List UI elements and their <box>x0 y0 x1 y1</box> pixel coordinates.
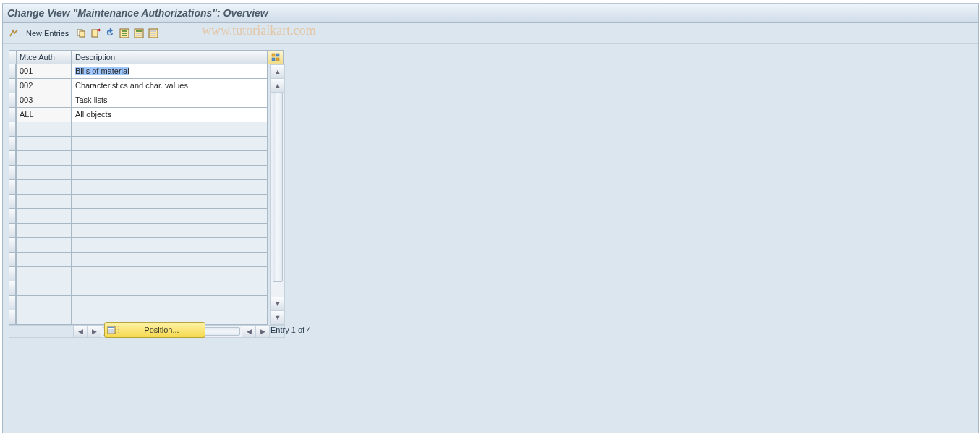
scroll-left-step-icon[interactable]: ▶ <box>88 326 101 337</box>
mtce-auth-cell[interactable]: 002 <box>16 79 72 93</box>
table-row[interactable] <box>9 209 285 224</box>
column-header-description[interactable]: Description <box>72 50 268 64</box>
select-all-icon[interactable] <box>118 27 131 40</box>
mtce-auth-cell[interactable] <box>16 238 72 253</box>
description-cell[interactable] <box>72 122 268 137</box>
svg-rect-14 <box>150 35 156 36</box>
row-selector[interactable] <box>9 180 16 195</box>
undo-change-icon[interactable] <box>103 27 116 40</box>
row-selector[interactable] <box>9 93 16 108</box>
row-selector[interactable] <box>9 166 16 180</box>
row-selector[interactable] <box>9 64 16 79</box>
table-row[interactable] <box>9 122 285 137</box>
description-cell[interactable]: Bills of material <box>72 64 268 79</box>
column-header-mtce-auth[interactable]: Mtce Auth. <box>16 50 72 64</box>
description-cell[interactable] <box>72 137 268 151</box>
table-row[interactable]: 002Characteristics and char. values <box>9 79 285 93</box>
row-selector[interactable] <box>9 79 16 93</box>
vertical-scroll-thumb[interactable] <box>273 93 283 282</box>
table-row[interactable] <box>9 137 285 151</box>
row-selector[interactable] <box>9 137 16 151</box>
row-selector[interactable] <box>9 122 16 137</box>
mtce-auth-cell[interactable] <box>16 195 72 209</box>
row-selector[interactable] <box>9 267 16 281</box>
table-row[interactable] <box>9 296 285 310</box>
table-row[interactable] <box>9 281 285 296</box>
row-selector[interactable] <box>9 108 16 122</box>
maintenance-auth-table: Mtce Auth. Description 001Bills of mater… <box>9 50 285 338</box>
description-cell[interactable]: Characteristics and char. values <box>72 79 268 93</box>
description-cell[interactable] <box>72 224 268 238</box>
row-selector[interactable] <box>9 296 16 310</box>
select-block-icon[interactable] <box>132 27 145 40</box>
mtce-auth-cell[interactable] <box>16 310 72 325</box>
row-selector-header[interactable] <box>9 50 16 64</box>
svg-rect-15 <box>272 54 275 56</box>
description-cell[interactable] <box>72 166 268 180</box>
mtce-auth-cell[interactable]: 003 <box>16 93 72 108</box>
scroll-down-step-icon[interactable]: ▼ <box>271 297 284 310</box>
table-row[interactable] <box>9 151 285 166</box>
page-title: Change View "Maintenance Authorizations"… <box>3 4 978 23</box>
svg-rect-21 <box>108 329 114 331</box>
mtce-auth-cell[interactable] <box>16 122 72 137</box>
description-cell[interactable] <box>72 267 268 281</box>
svg-rect-9 <box>136 33 142 34</box>
table-row[interactable]: ALLAll objects <box>9 108 285 122</box>
scroll-up-step-icon[interactable]: ▲ <box>271 79 284 93</box>
table-row[interactable] <box>9 253 285 267</box>
mtce-auth-cell[interactable] <box>16 224 72 238</box>
delete-icon[interactable] <box>89 27 102 40</box>
other-view-icon[interactable] <box>7 27 20 40</box>
table-row[interactable] <box>9 166 285 180</box>
row-selector[interactable] <box>9 310 16 325</box>
mtce-auth-cell[interactable] <box>16 296 72 310</box>
table-row[interactable] <box>9 195 285 209</box>
scroll-left-icon[interactable]: ◀ <box>74 326 88 337</box>
mtce-auth-cell[interactable] <box>16 209 72 224</box>
table-settings-icon[interactable] <box>268 50 284 64</box>
mtce-auth-cell[interactable]: 001 <box>16 64 72 79</box>
description-cell[interactable] <box>72 209 268 224</box>
mtce-auth-cell[interactable] <box>16 151 72 166</box>
description-cell[interactable]: Task lists <box>72 93 268 108</box>
row-selector[interactable] <box>9 238 16 253</box>
row-selector[interactable] <box>9 195 16 209</box>
mtce-auth-cell[interactable] <box>16 137 72 151</box>
table-row[interactable] <box>9 267 285 281</box>
vertical-scrollbar[interactable]: ▲ ▲ ▼ ▼ <box>270 64 285 325</box>
description-cell[interactable] <box>72 238 268 253</box>
row-selector[interactable] <box>9 151 16 166</box>
row-selector[interactable] <box>9 209 16 224</box>
mtce-auth-cell[interactable] <box>16 281 72 296</box>
scroll-up-icon[interactable]: ▲ <box>271 65 284 79</box>
mtce-auth-cell[interactable] <box>16 267 72 281</box>
description-cell[interactable] <box>72 180 268 195</box>
copy-as-icon[interactable] <box>74 27 88 40</box>
table-row[interactable]: 003Task lists <box>9 93 285 108</box>
description-cell[interactable]: All objects <box>72 108 268 122</box>
description-cell[interactable] <box>72 195 268 209</box>
svg-rect-10 <box>136 35 142 36</box>
row-selector[interactable] <box>9 253 16 267</box>
row-selector[interactable] <box>9 224 16 238</box>
new-entries-button[interactable]: New Entries <box>22 27 73 40</box>
description-cell[interactable] <box>72 296 268 310</box>
description-cell[interactable] <box>72 253 268 267</box>
svg-rect-13 <box>150 33 156 34</box>
svg-rect-4 <box>122 30 127 32</box>
mtce-auth-cell[interactable]: ALL <box>16 108 72 122</box>
svg-rect-12 <box>150 30 156 32</box>
mtce-auth-cell[interactable] <box>16 166 72 180</box>
deselect-all-icon[interactable] <box>147 27 160 40</box>
position-button[interactable]: Position... <box>104 322 205 338</box>
table-row[interactable] <box>9 224 285 238</box>
description-cell[interactable] <box>72 151 268 166</box>
description-cell[interactable] <box>72 281 268 296</box>
mtce-auth-cell[interactable] <box>16 180 72 195</box>
table-row[interactable]: 001Bills of material <box>9 64 285 79</box>
mtce-auth-cell[interactable] <box>16 253 72 267</box>
row-selector[interactable] <box>9 281 16 296</box>
table-row[interactable] <box>9 238 285 253</box>
table-row[interactable] <box>9 180 285 195</box>
